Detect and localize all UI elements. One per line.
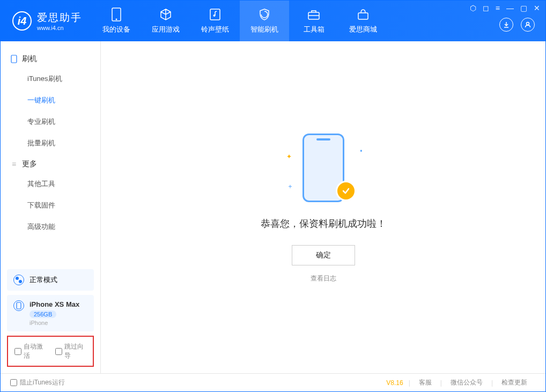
maximize-icon[interactable]: ▢ [520,4,527,12]
nav-smart-flash[interactable]: 智能刷机 [240,1,289,41]
svg-rect-8 [11,55,17,63]
window-controls: ⬡ ◻ ≡ — ▢ ✕ [470,4,540,12]
svg-point-7 [527,23,529,25]
nav-label: 智能刷机 [250,25,278,34]
user-icon[interactable] [521,18,535,32]
feedback-icon[interactable]: ◻ [483,4,489,12]
sidebar-scroll: 刷机 iTunes刷机 一键刷机 专业刷机 批量刷机 ≡ 更多 其他工具 下载固… [1,41,100,264]
logo-area: i4 爱思助手 www.i4.cn [1,11,92,31]
nav-ringtones[interactable]: 铃声壁纸 [190,1,240,41]
checkbox-label: 跳过向导 [64,342,86,360]
nav-shop[interactable]: 爱思商城 [338,1,388,41]
device-icon [109,8,123,21]
minimize-icon[interactable]: — [506,4,514,12]
list-icon: ≡ [10,160,18,168]
checkbox-skip-guide[interactable]: 跳过向导 [55,342,86,360]
nav-label: 应用游戏 [152,25,180,34]
footer-link-wechat[interactable]: 微信公众号 [442,378,491,387]
mode-card[interactable]: 正常模式 [7,269,94,291]
shirt-icon[interactable]: ⬡ [470,4,476,12]
sidebar-item-batch-flash[interactable]: 批量刷机 [1,132,100,154]
sparkle-icon: ✦ [286,153,292,160]
footer: 阻止iTunes运行 V8.16 | 客服 | 微信公众号 | 检查更新 [1,373,545,391]
check-badge-icon [336,181,356,201]
sidebar-group-flash: 刷机 [1,49,100,68]
sparkle-icon: + [289,183,292,190]
nav-my-device[interactable]: 我的设备 [92,1,141,41]
sidebar-item-pro-flash[interactable]: 专业刷机 [1,111,100,132]
footer-link-support[interactable]: 客服 [410,378,440,387]
sidebar-item-download-firmware[interactable]: 下载固件 [1,195,100,216]
svg-point-1 [116,19,117,20]
group-label: 更多 [22,159,37,169]
nav-label: 工具箱 [304,25,324,34]
sidebar: 刷机 iTunes刷机 一键刷机 专业刷机 批量刷机 ≡ 更多 其他工具 下载固… [1,41,101,373]
download-icon[interactable] [499,18,513,32]
nav-toolbox[interactable]: 工具箱 [289,1,338,41]
nav-apps-games[interactable]: 应用游戏 [141,1,190,41]
sidebar-item-other-tools[interactable]: 其他工具 [1,173,100,195]
footer-link-update[interactable]: 检查更新 [493,378,536,387]
app-subtitle: www.i4.cn [37,25,82,31]
logo-icon: i4 [12,11,32,31]
checkbox-input[interactable] [10,379,17,386]
svg-rect-6 [358,13,368,19]
version-label: V8.16 [386,379,403,387]
checkbox-label: 阻止iTunes运行 [20,378,65,387]
app-header: i4 爱思助手 www.i4.cn 我的设备 应用游戏 铃声壁纸 智能刷机 工具… [1,1,545,41]
nav-label: 我的设备 [102,25,130,34]
checkbox-input[interactable] [55,348,62,355]
group-label: 刷机 [22,54,37,64]
sidebar-item-advanced[interactable]: 高级功能 [1,216,100,238]
header-actions [499,18,535,32]
device-card[interactable]: iPhone XS Max 256GB iPhone [7,295,94,331]
cube-icon [159,8,173,21]
view-log-link[interactable]: 查看日志 [311,274,336,283]
top-nav: 我的设备 应用游戏 铃声壁纸 智能刷机 工具箱 爱思商城 [92,1,388,41]
phone-icon [10,55,18,63]
device-capacity: 256GB [29,310,56,318]
svg-rect-9 [17,302,21,309]
device-name: iPhone XS Max [29,300,79,308]
sidebar-bottom: 正常模式 iPhone XS Max 256GB iPhone 自动激活 跳过向… [1,264,100,373]
success-illustration: ✦ • + [283,131,364,206]
device-type: iPhone [29,320,79,326]
app-title: 爱思助手 [37,11,82,25]
mode-label: 正常模式 [29,275,57,285]
close-icon[interactable]: ✕ [534,4,540,12]
ok-button[interactable]: 确定 [292,245,355,265]
success-message: 恭喜您，保资料刷机成功啦！ [261,217,386,230]
logo-text: 爱思助手 www.i4.cn [37,11,82,31]
svg-point-3 [213,14,216,17]
body: 刷机 iTunes刷机 一键刷机 专业刷机 批量刷机 ≡ 更多 其他工具 下载固… [1,41,545,373]
sparkle-icon: • [360,147,362,155]
nav-label: 爱思商城 [349,25,377,34]
sidebar-item-itunes-flash[interactable]: iTunes刷机 [1,68,100,90]
checkbox-input[interactable] [14,348,21,355]
mode-icon [13,275,24,285]
nav-label: 铃声壁纸 [201,25,229,34]
checkbox-block-itunes[interactable]: 阻止iTunes运行 [10,378,65,387]
music-icon [208,8,222,21]
toolbox-icon [307,8,321,21]
device-small-icon [13,300,24,311]
sidebar-group-more: ≡ 更多 [1,154,100,173]
shop-icon [356,8,370,21]
device-info: iPhone XS Max 256GB iPhone [29,300,79,326]
checkbox-label: 自动激活 [24,342,46,360]
sidebar-item-oneclick-flash[interactable]: 一键刷机 [1,90,100,111]
shield-icon [257,8,271,21]
menu-icon[interactable]: ≡ [496,4,500,12]
highlighted-checkbox-row: 自动激活 跳过向导 [7,336,94,367]
checkbox-auto-activate[interactable]: 自动激活 [14,342,46,360]
main-content: ✦ • + 恭喜您，保资料刷机成功啦！ 确定 查看日志 [101,41,545,373]
